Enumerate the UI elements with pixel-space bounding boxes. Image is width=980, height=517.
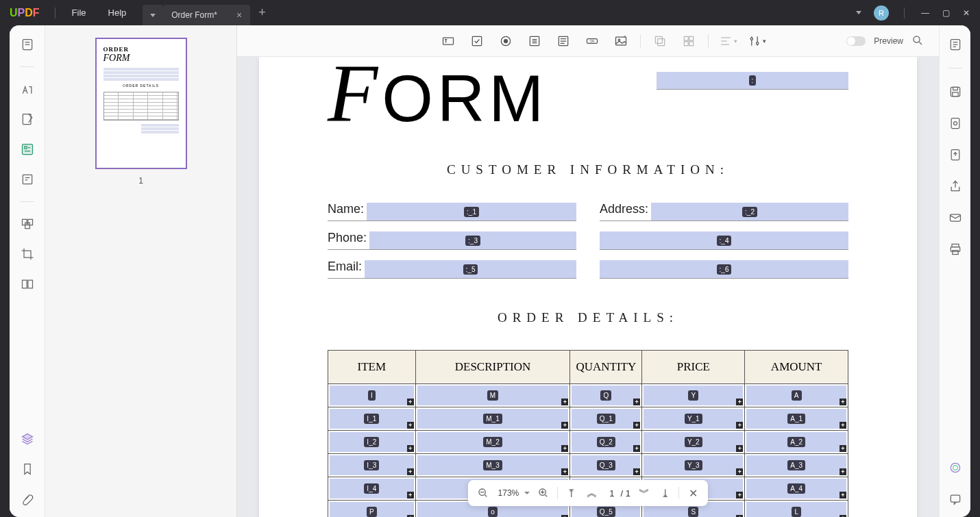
compare-icon[interactable] (19, 276, 36, 292)
plus-icon[interactable]: + (840, 468, 846, 475)
plus-icon[interactable]: + (633, 468, 640, 475)
plus-icon[interactable]: + (736, 399, 743, 405)
forms-icon[interactable] (19, 141, 36, 157)
first-page-button[interactable]: ⤒ (565, 486, 578, 500)
minimize-button[interactable]: — (920, 8, 931, 18)
organize-icon[interactable] (19, 216, 36, 232)
plus-icon[interactable]: + (840, 422, 846, 429)
form-field[interactable]: M_2 (417, 432, 569, 452)
form-field[interactable]: Y_2 (644, 432, 743, 452)
search-icon[interactable] (911, 34, 925, 48)
plus-icon[interactable]: + (407, 445, 414, 452)
document-tab[interactable]: Order Form* × (163, 5, 250, 25)
plus-icon[interactable]: + (840, 399, 846, 405)
name-field[interactable]: :_1 (367, 203, 576, 220)
align-icon[interactable]: ▾ (718, 31, 737, 51)
grid-icon[interactable] (679, 31, 698, 51)
button-field-icon[interactable]: OK (583, 31, 602, 51)
plus-icon[interactable]: + (633, 422, 640, 429)
form-field[interactable]: I_2 (330, 432, 414, 452)
form-field[interactable]: : (657, 72, 848, 90)
summary-icon[interactable] (947, 36, 964, 53)
form-field[interactable]: A_2 (746, 432, 846, 452)
zoom-in-button[interactable] (537, 486, 550, 500)
copy-icon[interactable] (650, 31, 670, 51)
tab-dropdown[interactable] (143, 5, 163, 25)
plus-icon[interactable]: + (736, 468, 743, 475)
plus-icon[interactable]: + (407, 422, 414, 429)
zoom-value[interactable]: 173% (497, 488, 520, 498)
form-field[interactable]: :_4 (600, 231, 848, 249)
close-pager-button[interactable]: ✕ (686, 486, 700, 500)
plus-icon[interactable]: + (840, 445, 846, 452)
plus-icon[interactable]: + (736, 445, 743, 452)
form-field[interactable]: I_1 (330, 409, 414, 429)
reader-icon[interactable] (19, 36, 36, 53)
form-field[interactable]: :_6 (600, 260, 848, 278)
form-field[interactable]: L (746, 502, 846, 517)
email-field[interactable]: :_5 (365, 260, 576, 278)
dropdown-icon[interactable] (525, 31, 544, 51)
form-field[interactable]: Y_1 (644, 409, 743, 429)
image-field-icon[interactable] (611, 31, 630, 51)
checkbox-icon[interactable] (467, 31, 487, 51)
plus-icon[interactable]: + (407, 492, 414, 499)
page-thumbnail[interactable]: ORDER FORM ORDER DETAILS (95, 38, 187, 169)
last-page-button[interactable]: ⤓ (658, 486, 672, 500)
settings-icon[interactable]: ▾ (747, 31, 766, 51)
radio-icon[interactable] (496, 31, 515, 51)
text-field-icon[interactable] (439, 31, 458, 51)
form-field[interactable]: M_1 (417, 409, 569, 429)
layers-icon[interactable] (19, 431, 36, 447)
form-field[interactable]: Y (644, 386, 743, 405)
form-field[interactable]: Q_2 (572, 432, 640, 452)
avatar[interactable]: R (874, 5, 889, 21)
next-page-button[interactable]: ︾ (637, 486, 651, 500)
close-button[interactable]: ✕ (961, 8, 972, 18)
page-current[interactable]: 1 (606, 488, 618, 499)
form-field[interactable]: P (330, 502, 414, 517)
plus-icon[interactable]: + (561, 422, 568, 429)
form-field[interactable]: Q_1 (572, 409, 640, 429)
crop-icon[interactable] (19, 246, 36, 262)
preview-toggle[interactable] (846, 36, 866, 46)
plus-icon[interactable]: + (561, 445, 568, 452)
plus-icon[interactable]: + (840, 492, 846, 499)
zoom-out-button[interactable] (476, 486, 490, 500)
form-field[interactable]: Y_3 (644, 455, 743, 475)
print-icon[interactable] (947, 241, 964, 257)
plus-icon[interactable]: + (736, 422, 743, 429)
form-field[interactable]: A_4 (746, 479, 846, 499)
save-icon[interactable] (947, 84, 964, 100)
file-menu[interactable]: File (61, 8, 97, 18)
chevron-down-icon[interactable] (524, 492, 530, 494)
plus-icon[interactable]: + (561, 399, 568, 405)
edit-icon[interactable] (19, 111, 36, 127)
plus-icon[interactable]: + (736, 492, 743, 499)
share-icon[interactable] (947, 178, 964, 194)
form-field[interactable]: Q_3 (572, 455, 640, 475)
attachment-icon[interactable] (19, 491, 36, 507)
plus-icon[interactable]: + (407, 468, 414, 475)
listbox-icon[interactable] (554, 31, 573, 51)
convert-icon[interactable] (947, 147, 964, 163)
ocr-icon[interactable] (19, 171, 36, 188)
new-tab-button[interactable]: + (258, 5, 266, 20)
export-icon[interactable] (947, 115, 964, 131)
form-field[interactable]: M_3 (417, 455, 569, 475)
form-field[interactable]: I_4 (330, 479, 414, 499)
plus-icon[interactable]: + (633, 399, 640, 405)
annotate-icon[interactable] (19, 81, 36, 97)
plus-icon[interactable]: + (633, 445, 640, 452)
mail-icon[interactable] (947, 210, 964, 226)
form-field[interactable]: A_1 (746, 409, 846, 429)
chevron-down-icon[interactable] (853, 8, 864, 18)
address-field[interactable]: :_2 (651, 203, 848, 220)
form-field[interactable]: I_3 (330, 455, 414, 475)
help-menu[interactable]: Help (97, 8, 138, 18)
maximize-button[interactable]: ▢ (940, 8, 951, 18)
form-field[interactable]: I (330, 386, 414, 405)
form-field[interactable]: Q (572, 386, 640, 405)
form-field[interactable]: M (417, 386, 569, 405)
form-field[interactable]: A_3 (746, 455, 846, 475)
